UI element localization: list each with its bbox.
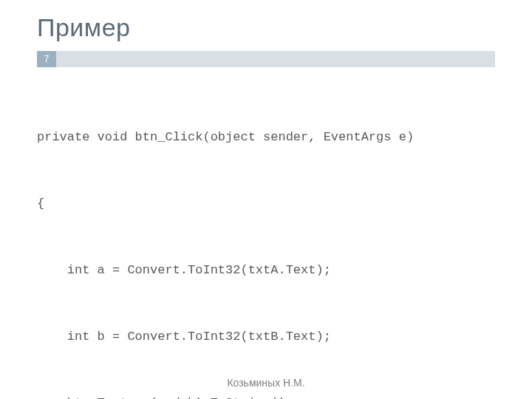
title-separator-bar: 7 — [37, 51, 495, 67]
code-block: private void btn_Click(object sender, Ev… — [0, 79, 532, 399]
page-number-badge: 7 — [37, 51, 56, 67]
slide-title: Пример — [0, 0, 532, 51]
slide: Пример 7 private void btn_Click(object s… — [0, 0, 532, 399]
code-line: btn.Text = (a / b).ToString(); — [37, 392, 495, 399]
slide-footer-author: Козьминых Н.М. — [0, 377, 532, 389]
code-line: int b = Convert.ToInt32(txtB.Text); — [37, 326, 495, 348]
code-line: { — [37, 193, 495, 215]
code-line: private void btn_Click(object sender, Ev… — [37, 126, 495, 149]
code-line: int a = Convert.ToInt32(txtA.Text); — [37, 259, 495, 282]
